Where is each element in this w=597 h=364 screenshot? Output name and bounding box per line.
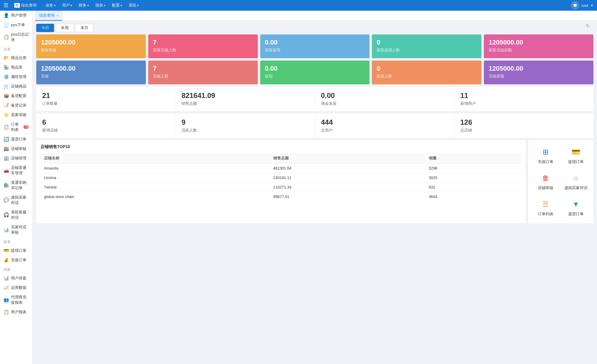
nav-item-4[interactable]: 配置▾	[109, 0, 125, 11]
nav-item-5[interactable]: 系统▾	[126, 0, 142, 11]
nav-arrow: ▾	[54, 4, 56, 7]
sidebar-item-备货记录[interactable]: 📝备货记录	[0, 101, 32, 110]
table-section: 店铺销售TOP10 店铺名称 销售总额 销量 Amanda 481301.64 …	[36, 140, 526, 223]
stat-card-2: 0.00 新客提现	[260, 34, 370, 58]
shop-quantity: 3025	[425, 173, 522, 183]
sidebar-icon: ⚙️	[4, 74, 9, 80]
sidebar-item-商品分类[interactable]: 📂商品分类	[0, 53, 32, 63]
table-row: Twinkle 110271.34 932	[40, 183, 522, 192]
col-quantity: 销量	[425, 153, 522, 164]
sidebar-item-商品库[interactable]: 🏪商品库	[0, 63, 32, 72]
content-area: ↻ 今日本周本月 1205000.00 新客充值 7 新客充值人数 0.00 新…	[36, 21, 593, 223]
tab-close-icon[interactable]: ×	[56, 14, 58, 17]
sidebar-item-店铺管理[interactable]: 🏢店铺管理	[0, 153, 32, 163]
stat-label: 新客提现人数	[377, 48, 477, 53]
stat-label: 充值人数	[153, 74, 253, 79]
quick-link-店铺审核[interactable]: 🗑 店铺审核	[532, 170, 559, 193]
sidebar-icon: 📈	[4, 285, 9, 290]
stat-card-3: 0 提现人数	[372, 61, 481, 84]
nav-items: 业务▾用户▾财务▾报表▾配置▾系统▾	[42, 0, 565, 11]
shop-name: Amanda	[40, 164, 270, 173]
quick-link-虚拟买家对话[interactable]: ☆ 虚拟买家对话	[563, 170, 589, 193]
sidebar-item-提现订单[interactable]: 💳提现订单	[0, 246, 32, 255]
quick-link-label: 虚拟买家对话	[564, 185, 587, 191]
shop-sales: 99877.01	[270, 192, 425, 202]
filter-btn-今日[interactable]: 今日	[36, 24, 54, 32]
stat-label: 新客充值差额	[489, 48, 589, 53]
username-label[interactable]: root	[582, 3, 588, 8]
sidebar-icon: 🧾	[4, 22, 9, 28]
sidebar-item-备货配置[interactable]: 📦备货配置	[0, 91, 32, 101]
quick-link-label: 订单列表	[538, 211, 553, 217]
nav-item-1[interactable]: 用户▾	[59, 0, 75, 11]
sidebar-item-虚拟买家对话[interactable]: 💬虚拟买家对话	[0, 193, 32, 208]
stat-label: 提现人数	[377, 74, 477, 79]
sidebar-item-充值订单[interactable]: 💰充值订单	[0, 255, 32, 265]
filter-btn-本月[interactable]: 本月	[75, 24, 93, 32]
sidebar-item-买家对话审核[interactable]: 📊买家对话审核	[0, 222, 32, 237]
sidebar-item-卖家等级[interactable]: ⭐卖家等级	[0, 110, 32, 120]
metric-box-2: 444 总用户	[315, 113, 454, 138]
chat-icon[interactable]: 💬	[571, 1, 579, 10]
shop-sales: 481301.64	[270, 164, 425, 173]
quick-link-退货订单[interactable]: ▼ 退货订单	[563, 197, 589, 219]
sidebar-icon: 📦	[4, 93, 9, 99]
shop-sales: 130191.11	[270, 173, 425, 183]
sidebar-icon: 🛒	[4, 84, 9, 89]
refresh-icon[interactable]: ↻	[586, 23, 590, 29]
sidebar-item-运营数据[interactable]: 📈运营数据	[0, 283, 32, 292]
nav-item-2[interactable]: 财务▾	[76, 0, 92, 11]
stat-value: 7	[153, 39, 253, 46]
nav-arrow: ▾	[71, 4, 72, 7]
sidebar-icon: 📂	[4, 55, 9, 61]
user-arrow[interactable]: ▼	[590, 4, 593, 7]
quick-link-label: 店铺审核	[538, 185, 553, 191]
quick-link-icon: ☆	[571, 173, 581, 183]
stat-card-1: 7 充值人数	[148, 61, 258, 84]
nav-item-0[interactable]: 业务▾	[42, 0, 59, 11]
filter-btn-本周[interactable]: 本周	[56, 24, 74, 32]
brand: N 综合查询	[14, 3, 37, 8]
col-shop: 店铺名称	[40, 153, 270, 164]
sidebar-item-代理商充提报表[interactable]: 👥代理商充提报表	[0, 292, 32, 307]
metric-label: 活跃人数	[181, 128, 309, 133]
sidebar-item-退货订单[interactable]: 🔄退货订单	[0, 134, 32, 144]
sidebar-icon: 🔄	[4, 137, 9, 142]
sidebar-item-店铺商品[interactable]: 🛒店铺商品	[0, 82, 32, 91]
sidebar-item-订单列表[interactable]: 📋订单列表70	[0, 120, 32, 134]
sidebar-item-用户报表[interactable]: 📋用户报表	[0, 307, 32, 317]
stat-label: 新客充值	[41, 48, 141, 53]
shop-quantity: 932	[425, 183, 522, 192]
sidebar-item-店铺审核[interactable]: 🏬店铺审核	[0, 144, 32, 153]
col-sales: 销售总额	[270, 153, 425, 164]
stat-value: 0.00	[265, 39, 365, 46]
stat-card-1: 7 新客充值人数	[148, 34, 258, 58]
stat-label: 充值差额	[489, 74, 589, 79]
sidebar-item-系统客服对话[interactable]: 🎧系统客服对话	[0, 208, 32, 222]
top-nav: ☰ N 综合查询 业务▾用户▾财务▾报表▾配置▾系统▾ 💬 root ▼	[0, 0, 597, 11]
sidebar-item-用户管理[interactable]: 👤用户管理	[0, 11, 32, 20]
sidebar-item-属性管理[interactable]: ⚙️属性管理	[0, 72, 32, 82]
quick-link-订单列表[interactable]: ☰ 订单列表	[532, 197, 559, 219]
sidebar-icon: 🛍️	[4, 183, 9, 188]
quick-link-充值订单[interactable]: ⊞ 充值订单	[532, 144, 559, 167]
sidebar-icon: 💰	[4, 257, 9, 263]
sidebar-item-pos日志记录[interactable]: 📋pos日志记录	[0, 30, 32, 45]
sidebar-item-pos下单[interactable]: 🧾pos下单	[0, 20, 32, 30]
sidebar-item-用户存盈[interactable]: 📊用户存盈	[0, 273, 32, 283]
quick-link-提现订单[interactable]: 💳 提现订单	[563, 144, 589, 167]
metric-value: 21	[42, 91, 169, 100]
menu-icon[interactable]: ☰	[4, 2, 8, 9]
stat-row-1: 1205000.00 新客充值 7 新客充值人数 0.00 新客提现 0 新客提…	[36, 34, 593, 58]
tab-综合查询[interactable]: 综合查询 ×	[35, 11, 62, 21]
sidebar-item-店铺直通车管理[interactable]: 🚗店铺直通车管理	[0, 163, 32, 178]
top-table: 店铺名称 销售总额 销量 Amanda 481301.64 3298 Linsi…	[40, 153, 522, 201]
stat-label: 新客提现	[265, 48, 365, 53]
nav-arrow: ▾	[121, 4, 122, 7]
nav-item-3[interactable]: 报表▾	[92, 0, 108, 11]
sidebar-icon: 🏬	[4, 146, 9, 151]
shop-name: global store chain	[40, 192, 270, 202]
metric-label: 新增店铺	[42, 128, 169, 133]
sidebar-item-直通车购买记录[interactable]: 🛍️直通车购买记录	[0, 178, 32, 193]
stat-label: 提现	[265, 74, 365, 79]
